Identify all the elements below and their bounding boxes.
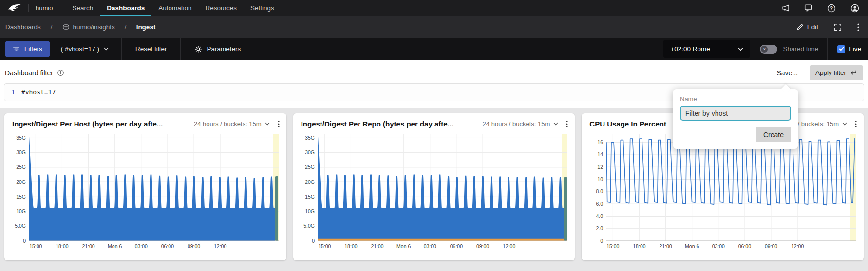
- svg-text:03:00: 03:00: [712, 243, 725, 249]
- timezone-dropdown[interactable]: +02:00 Rome: [663, 40, 750, 58]
- shared-time-toggle[interactable]: ×: [760, 45, 777, 54]
- nav-item-resources[interactable]: Resources: [199, 0, 244, 16]
- panel-title: Ingest/Digest Per Host (bytes per day af…: [12, 120, 163, 128]
- svg-text:12:00: 12:00: [791, 243, 804, 249]
- dashboard-filter-title: Dashboard filter: [5, 69, 53, 77]
- panel-ingest-digest-per-repo: Ingest/Digest Per Repo (bytes per day af…: [293, 113, 575, 260]
- gear-icon: [194, 45, 202, 53]
- svg-text:5.0G: 5.0G: [303, 223, 315, 229]
- svg-text:06:00: 06:00: [450, 243, 462, 249]
- account-avatar-icon[interactable]: [850, 4, 859, 13]
- nav-item-search[interactable]: Search: [65, 0, 100, 16]
- shared-time-control: × Shared time: [760, 45, 818, 54]
- chevron-down-icon: [104, 47, 109, 51]
- edit-dashboard-button[interactable]: Edit: [796, 23, 818, 31]
- apply-filter-button[interactable]: Apply filter: [810, 65, 863, 80]
- nav-item-dashboards[interactable]: Dashboards: [100, 0, 151, 16]
- kebab-menu-icon: [857, 23, 859, 31]
- help-icon[interactable]: ?: [827, 4, 836, 13]
- svg-text:Mon 6: Mon 6: [108, 243, 122, 249]
- panel-time-range-label: 24 hours / buckets: 15m: [194, 120, 262, 127]
- svg-text:09:00: 09:00: [188, 243, 200, 249]
- fullscreen-button[interactable]: [834, 23, 842, 31]
- name-field-label: Name: [680, 95, 791, 103]
- chevron-down-icon: [842, 122, 847, 126]
- area-chart-ingest-per-host[interactable]: 35G30G25G20G15G10G5.0G015:0018:0021:00Mo…: [8, 130, 282, 253]
- divider: [827, 38, 828, 60]
- toggle-knob: ×: [761, 46, 768, 53]
- svg-text:06:00: 06:00: [738, 243, 751, 249]
- svg-text:20G: 20G: [305, 179, 315, 185]
- panel-menu-button[interactable]: [855, 120, 857, 128]
- panel-time-range-dropdown[interactable]: 24 hours / buckets: 15m: [194, 120, 270, 127]
- svg-text:15G: 15G: [16, 194, 26, 199]
- svg-text:18:00: 18:00: [56, 243, 68, 249]
- filter-icon: [13, 45, 20, 53]
- line-number: 1: [11, 89, 15, 96]
- kebab-menu-icon: [566, 120, 568, 128]
- active-filter-label: ( #vhost=17 ): [61, 45, 99, 53]
- breadcrumb-dashboards[interactable]: Dashboards: [5, 23, 41, 31]
- create-button[interactable]: Create: [756, 127, 791, 142]
- svg-text:12: 12: [598, 164, 604, 170]
- svg-text:21:00: 21:00: [82, 243, 94, 249]
- check-icon: [839, 46, 844, 52]
- svg-text:09:00: 09:00: [476, 243, 489, 249]
- feedback-icon[interactable]: [804, 4, 812, 12]
- top-nav-bar: humio Search Dashboards Automation Resou…: [0, 0, 868, 16]
- brand-name: humio: [36, 0, 53, 16]
- filters-button[interactable]: Filters: [5, 41, 50, 57]
- svg-text:Mon 6: Mon 6: [685, 243, 699, 249]
- svg-text:16: 16: [598, 139, 604, 145]
- panel-title: Ingest/Digest Per Repo (bytes per day af…: [301, 120, 453, 128]
- filter-name-input[interactable]: [680, 106, 791, 121]
- svg-text:8.0: 8.0: [596, 188, 604, 194]
- parameters-button[interactable]: Parameters: [181, 38, 254, 60]
- svg-text:10G: 10G: [16, 208, 26, 214]
- svg-text:35G: 35G: [305, 135, 315, 141]
- edit-label: Edit: [807, 23, 818, 31]
- chevron-down-icon: [265, 122, 270, 126]
- chevron-down-icon: [738, 47, 743, 51]
- active-filter-dropdown[interactable]: ( #vhost=17 ): [61, 45, 109, 53]
- live-checkbox[interactable]: [837, 45, 845, 53]
- timezone-label: +02:00 Rome: [670, 45, 710, 53]
- falcon-logo-icon: [8, 3, 21, 13]
- svg-text:03:00: 03:00: [135, 243, 148, 249]
- nav-item-automation[interactable]: Automation: [151, 0, 198, 16]
- panel-menu-button[interactable]: [566, 120, 568, 128]
- svg-text:21:00: 21:00: [371, 243, 383, 249]
- dashboard-actions: Edit: [796, 23, 868, 31]
- svg-text:4.0: 4.0: [596, 213, 604, 219]
- panel-menu-button[interactable]: [278, 120, 280, 128]
- repository-icon: [62, 23, 70, 31]
- announcements-icon[interactable]: [781, 4, 790, 12]
- svg-text:21:00: 21:00: [660, 243, 672, 249]
- svg-text:30G: 30G: [16, 149, 26, 155]
- reset-filter-button[interactable]: Reset filter: [122, 38, 181, 60]
- dashboard-menu-button[interactable]: [857, 23, 859, 31]
- panel-time-range-label: 24 hours / buckets: 15m: [483, 120, 550, 127]
- info-icon[interactable]: [57, 69, 64, 76]
- svg-text:35G: 35G: [16, 135, 26, 141]
- dashboard-filter-title-row: Dashboard filter: [5, 69, 64, 77]
- shared-time-label: Shared time: [783, 45, 818, 53]
- save-filter-button[interactable]: Save...: [776, 69, 798, 77]
- pencil-icon: [796, 23, 804, 31]
- parameters-label: Parameters: [207, 45, 241, 53]
- panel-time-range-dropdown[interactable]: 24 hours / buckets: 15m: [483, 120, 559, 127]
- breadcrumb-repo[interactable]: humio/insights: [73, 23, 115, 31]
- create-label: Create: [763, 131, 784, 139]
- save-filter-popup: Name Create: [673, 89, 798, 149]
- brand-logo[interactable]: [0, 0, 21, 16]
- svg-text:10G: 10G: [305, 208, 315, 214]
- chevron-down-icon: [553, 122, 558, 126]
- dashboard-filter-bar: Filters ( #vhost=17 ) Reset filter Param…: [0, 38, 868, 60]
- svg-text:12:00: 12:00: [214, 243, 226, 249]
- svg-text:09:00: 09:00: [765, 243, 777, 249]
- apply-filter-label: Apply filter: [815, 69, 846, 76]
- nav-item-settings[interactable]: Settings: [244, 0, 281, 16]
- svg-text:03:00: 03:00: [423, 243, 436, 249]
- area-chart-ingest-per-repo[interactable]: 35G30G25G20G15G10G5.0G015:0018:0021:00Mo…: [297, 130, 570, 253]
- main-nav: Search Dashboards Automation Resources S…: [65, 0, 281, 16]
